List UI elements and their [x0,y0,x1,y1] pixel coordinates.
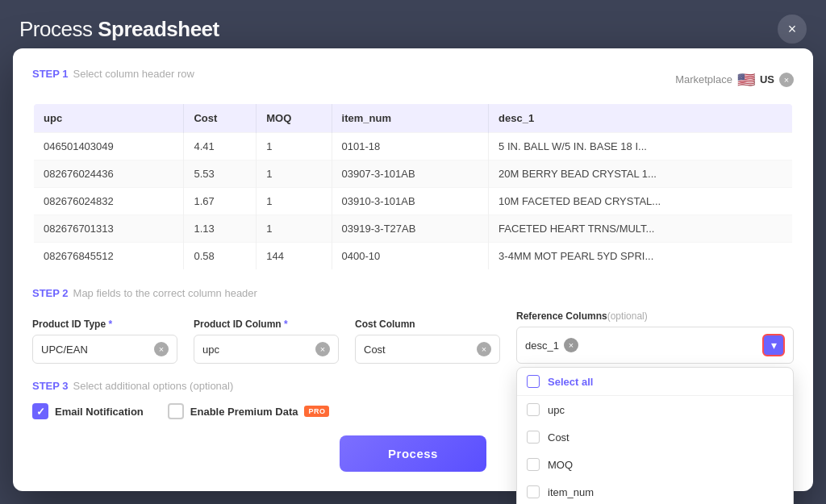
item-num-label: item_num [548,486,594,498]
table-cell: 1.13 [184,215,257,243]
table-row[interactable]: 0826767013131.13103919-3-T27ABFACETED HE… [33,215,793,243]
email-notification-checkbox[interactable]: ✓ [32,403,48,419]
table-cell: 082676024832 [33,188,184,215]
table-cell: 082676845512 [33,243,184,271]
pro-badge: PRO [304,406,329,417]
step2-label: STEP 2 Map fields to the correct column … [32,287,794,299]
item-num-checkbox[interactable] [527,485,540,498]
upc-label: upc [548,404,565,416]
table-cell: 1 [257,160,332,188]
dropdown-item-upc[interactable]: upc [517,396,793,423]
table-cell: 3-4MM MOT PEARL 5YD SPRI... [489,243,793,271]
spreadsheet-table: upc Cost MOQ item_num desc_1 04650140304… [32,102,794,271]
fields-row: Product ID Type * UPC/EAN × Product ID C… [32,310,794,364]
select-all-label: Select all [548,376,593,388]
table-body: 0465014030494.4110101-185 IN. BALL W/5 I… [33,133,793,271]
reference-columns-clear[interactable]: × [564,338,578,352]
reference-columns-dropdown-button[interactable]: ▾ [762,334,785,356]
page-title: Process Spreadsheet [19,17,219,42]
us-flag-icon: 🇺🇸 [737,71,755,89]
product-id-type-value: UPC/EAN [41,344,88,356]
dropdown-item-item-num[interactable]: item_num [517,478,793,504]
product-id-column-clear[interactable]: × [315,342,330,356]
col-moq: MOQ [257,103,332,133]
cost-column-label: Cost Column [355,319,500,330]
moq-label: MOQ [548,459,573,471]
product-id-type-select[interactable]: UPC/EAN × [32,335,177,364]
cost-label: Cost [548,431,569,444]
table-row[interactable]: 0465014030494.4110101-185 IN. BALL W/5 I… [33,133,793,160]
dropdown-item-moq[interactable]: MOQ [517,451,793,478]
close-button[interactable]: × [778,15,807,44]
table-cell: 4.41 [184,133,257,160]
col-upc: upc [33,103,184,133]
cost-checkbox[interactable] [527,431,540,444]
table-cell: 03910-3-101AB [332,188,489,215]
cost-column-clear[interactable]: × [477,342,491,356]
step2-number: STEP 2 [32,287,69,299]
product-id-type-clear[interactable]: × [154,342,169,356]
cost-column-value: Cost [364,344,386,356]
process-button[interactable]: Process [340,435,486,472]
step3-number: STEP 3 [32,380,69,392]
table-cell: 082676701313 [33,215,184,243]
table-cell: 10M FACETED BEAD CRYSTAL... [489,188,793,215]
cost-column-select[interactable]: Cost × [355,335,500,364]
title-bold: Spreadsheet [98,17,219,41]
table-cell: 082676024436 [33,160,184,188]
table-cell: 0400-10 [332,243,489,271]
select-all-checkbox[interactable] [527,375,540,388]
dropdown-item-cost[interactable]: Cost [517,423,793,451]
reference-columns-group: Reference Columns(optional) desc_1 × ▾ S… [516,310,794,364]
table-cell: 5.53 [184,160,257,188]
table-cell: 046501403049 [33,133,184,160]
product-id-column-select[interactable]: upc × [194,335,339,364]
table-cell: 1 [257,188,332,215]
table-row[interactable]: 0826760248321.67103910-3-101AB10M FACETE… [33,188,793,215]
reference-columns-input[interactable]: desc_1 × ▾ [516,327,794,364]
email-notification-option: ✓ Email Notification [32,403,144,419]
table-cell: 1 [257,133,332,160]
marketplace-close-button[interactable]: × [779,73,794,87]
step1-label: STEP 1 Select column header row [32,68,194,80]
table-cell: FACETED HEART TRNS/MULT... [489,215,793,243]
dropdown-select-all[interactable]: Select all [517,368,793,395]
product-id-column-group: Product ID Column * upc × [194,319,339,364]
marketplace-country: US [760,73,774,85]
upc-checkbox[interactable] [527,403,540,416]
marketplace-label: Marketplace [675,73,732,85]
modal-card: STEP 1 Select column header row Marketpl… [13,48,813,491]
step2-section: STEP 2 Map fields to the correct column … [32,287,794,364]
table-cell: 03907-3-101AB [332,160,489,188]
product-id-type-group: Product ID Type * UPC/EAN × [32,319,177,364]
table-cell: 20M BERRY BEAD CRYSTAL 1... [489,160,793,188]
table-header: upc Cost MOQ item_num desc_1 [33,103,793,133]
marketplace-selector[interactable]: Marketplace 🇺🇸 US × [675,71,794,89]
table-cell: 03919-3-T27AB [332,215,489,243]
table-cell: 1.67 [184,188,257,215]
premium-data-checkbox[interactable] [168,403,184,419]
step1-number: STEP 1 [32,68,69,80]
table-cell: 1 [257,215,332,243]
col-cost: Cost [184,103,257,133]
col-item-num: item_num [332,103,489,133]
moq-checkbox[interactable] [527,458,540,471]
col-desc1: desc_1 [489,103,793,133]
reference-columns-value: desc_1 [525,339,559,352]
table-row[interactable]: 0826760244365.53103907-3-101AB20M BERRY … [33,160,793,188]
table-cell: 144 [257,243,332,271]
product-id-type-label: Product ID Type * [32,319,177,330]
table-header-row: upc Cost MOQ item_num desc_1 [33,103,793,133]
table-cell: 0.58 [184,243,257,271]
title-light: Process [19,17,98,41]
premium-data-option: Enable Premium Data PRO [168,403,330,419]
table-row[interactable]: 0826768455120.581440400-103-4MM MOT PEAR… [33,243,793,271]
reference-columns-label: Reference Columns(optional) [516,310,794,322]
step2-description: Map fields to the correct column header [73,287,257,299]
reference-columns-dropdown: Select all upc Cost MOQ [516,367,794,504]
product-id-column-label: Product ID Column * [194,319,339,330]
cost-column-group: Cost Column Cost × [355,319,500,364]
email-notification-label: Email Notification [55,406,144,418]
table-cell: 5 IN. BALL W/5 IN. BASE 18 I... [489,133,793,160]
step1-header: STEP 1 Select column header row Marketpl… [32,68,794,91]
